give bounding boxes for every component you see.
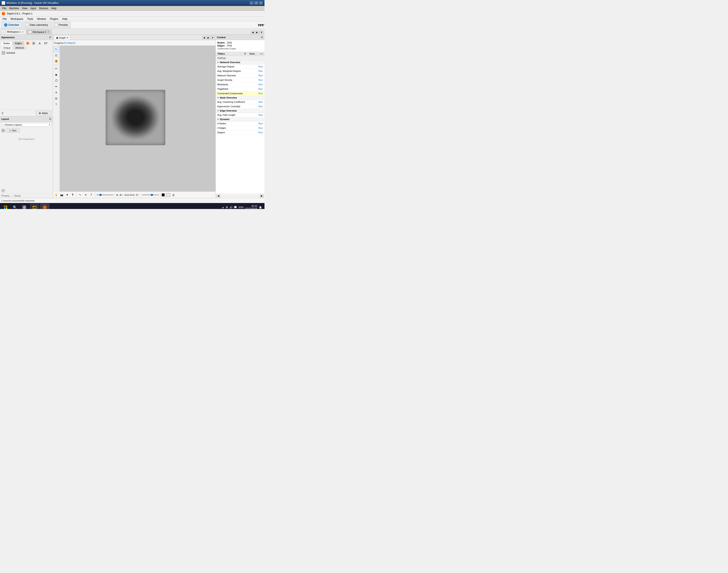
screenshot-tool-btn[interactable]: 📷	[59, 193, 64, 197]
graph-nav-prev[interactable]: ◀	[202, 36, 206, 40]
app-menu-workspace[interactable]: Workspace	[9, 17, 25, 21]
app-menu-plugins[interactable]: Plugins	[48, 17, 60, 21]
stats-nav-left[interactable]: ◀	[216, 194, 220, 198]
link-icon[interactable]: ⧖	[1, 111, 4, 115]
filters-close-btn[interactable]: ✕	[243, 52, 248, 55]
app-menu-tools[interactable]: Tools	[25, 17, 35, 21]
font-a-minus[interactable]: A-	[116, 194, 119, 196]
layout-select[interactable]: ---Choose a layout	[1, 123, 51, 127]
font-a-plus[interactable]: A+	[120, 194, 123, 196]
graph-tab[interactable]: ◉ Graph ✕	[54, 35, 70, 40]
filters-tab[interactable]: Filters	[216, 52, 227, 56]
configure-link[interactable]: (Configure)	[64, 42, 75, 44]
plane-tool[interactable]: ✈	[54, 90, 59, 95]
task-view-btn[interactable]	[19, 203, 29, 209]
select-arrow-btn[interactable]: ↖	[78, 193, 83, 197]
run-btn[interactable]: ▶ Run	[6, 128, 19, 133]
filters-minus-btn[interactable]: —	[259, 52, 264, 56]
datalabs-btn[interactable]: Data Laboratory	[22, 22, 51, 28]
gephi-taskbar-btn[interactable]	[40, 203, 50, 209]
light-tool-btn[interactable]: 💡	[54, 193, 58, 197]
node-overview-section[interactable]: ▼ Node Overview	[216, 96, 264, 100]
connected-components-run[interactable]: Run	[259, 92, 263, 95]
filters-multi-btn[interactable]: Multi...	[248, 52, 259, 56]
text-tool-btn[interactable]: T	[70, 193, 75, 197]
vm-menu-view[interactable]: View	[21, 6, 29, 10]
print-btn[interactable]: 🖨	[171, 193, 176, 197]
app-menu-window[interactable]: Window	[35, 17, 48, 21]
graph-tab-close[interactable]: ✕	[66, 37, 68, 39]
edge-overview-section[interactable]: ▼ Edge Overview	[216, 109, 264, 113]
workspace-tab-1[interactable]: Workspace 1 ✕	[1, 29, 26, 34]
nodes-dynamic-run[interactable]: Run	[259, 122, 263, 125]
vm-menu-machine[interactable]: Machine	[8, 6, 20, 10]
workspace-tab-2-close[interactable]: ✕	[48, 31, 49, 33]
avg-degree-run[interactable]: Run	[259, 65, 263, 68]
pagerank-run[interactable]: Run	[259, 88, 263, 90]
x-tool-btn[interactable]: ✕	[84, 193, 88, 197]
text-size-icon[interactable]: TT	[43, 41, 48, 46]
graph-size-slider[interactable]	[96, 195, 113, 195]
screenshot-arrow-btn[interactable]: ▼	[65, 193, 69, 197]
color-picker[interactable]	[162, 194, 165, 196]
graph-nav-menu[interactable]: ▼	[211, 36, 215, 40]
app-menu-file[interactable]: File	[1, 17, 8, 21]
workspace-next-btn[interactable]: ▶	[255, 31, 259, 34]
search-button[interactable]: 🔍	[11, 203, 19, 209]
vm-close-btn[interactable]: ✕	[259, 1, 263, 5]
question-tool[interactable]: ?	[54, 102, 59, 107]
rotate-tool[interactable]	[54, 78, 59, 84]
avg-clustering-run[interactable]: Run	[259, 101, 263, 103]
workspace-tab-1-close[interactable]: ✕	[22, 31, 24, 33]
vm-menu-input[interactable]: Input	[29, 6, 38, 10]
network-diameter-run[interactable]: Run	[259, 74, 263, 77]
start-button[interactable]	[1, 203, 10, 209]
presets-btn[interactable]: Presets...	[1, 195, 11, 197]
eigenvector-run[interactable]: Run	[259, 105, 263, 108]
color-icon[interactable]	[25, 41, 30, 46]
nodes-tab[interactable]: Nodes	[1, 41, 12, 45]
edges-tab[interactable]: Edges	[13, 41, 24, 45]
select-tool[interactable]: ↖	[54, 47, 59, 52]
drag-tool[interactable]	[54, 58, 59, 64]
label-size-icon[interactable]	[31, 41, 36, 46]
workspace-menu-btn[interactable]: ▼	[259, 31, 264, 34]
avg-weighted-degree-run[interactable]: Run	[259, 70, 263, 72]
pen-tool[interactable]: ✒	[54, 84, 59, 89]
overview-btn[interactable]: Overview	[1, 22, 22, 28]
vm-minimize-btn[interactable]: —	[250, 1, 253, 5]
pencil-tool[interactable]: ✏	[54, 66, 59, 71]
appearance-close-btn[interactable]: ✕	[49, 36, 51, 39]
notifications-icon[interactable]: 📋	[258, 206, 263, 209]
workspace-tab-2[interactable]: Workspace 2 ✕	[27, 29, 52, 34]
graph-density-run[interactable]: Run	[259, 79, 263, 81]
dynamic-section[interactable]: ▼ Dynamic	[216, 117, 264, 121]
text-icon[interactable]: A	[37, 41, 42, 46]
reset-btn[interactable]: Reset	[14, 195, 20, 197]
vm-restore-btn[interactable]: ❐	[254, 1, 258, 5]
preview-btn[interactable]: Preview	[52, 22, 70, 28]
workspace-prev-btn[interactable]: ◀	[251, 31, 255, 34]
explorer-taskbar-btn[interactable]	[30, 203, 39, 209]
color-icon-btn[interactable]	[166, 194, 170, 196]
taskbar-up-arrow[interactable]: ▲	[222, 206, 224, 209]
attribute-tab[interactable]: Attribute	[13, 46, 26, 49]
modularity-run[interactable]: Run	[259, 83, 263, 86]
apply-btn[interactable]: ▶ Apply	[36, 111, 51, 115]
layout-close-btn[interactable]: ✕	[49, 117, 51, 121]
vm-menu-help[interactable]: Help	[50, 6, 58, 10]
app-menu-help[interactable]: Help	[60, 17, 69, 21]
font-size-slider[interactable]	[142, 195, 159, 195]
edges-dynamic-run[interactable]: Run	[259, 127, 263, 129]
graph-nav-next[interactable]: ▶	[206, 36, 210, 40]
context-close-btn[interactable]: ✕	[261, 36, 263, 39]
color-swatch-box[interactable]	[2, 51, 5, 55]
stats-nav-right[interactable]: ▶	[260, 194, 264, 198]
gem-tool[interactable]: ◆	[54, 72, 59, 77]
vm-menu-devices[interactable]: Devices	[38, 6, 50, 10]
degree-dynamic-run[interactable]: Run	[259, 131, 263, 134]
vm-menu-file[interactable]: File	[1, 6, 7, 10]
network-overview-section[interactable]: ▼ Network Overview	[216, 60, 264, 64]
gear-tool[interactable]: ⚙	[54, 96, 59, 101]
text2-tool-btn[interactable]: T	[89, 193, 94, 197]
